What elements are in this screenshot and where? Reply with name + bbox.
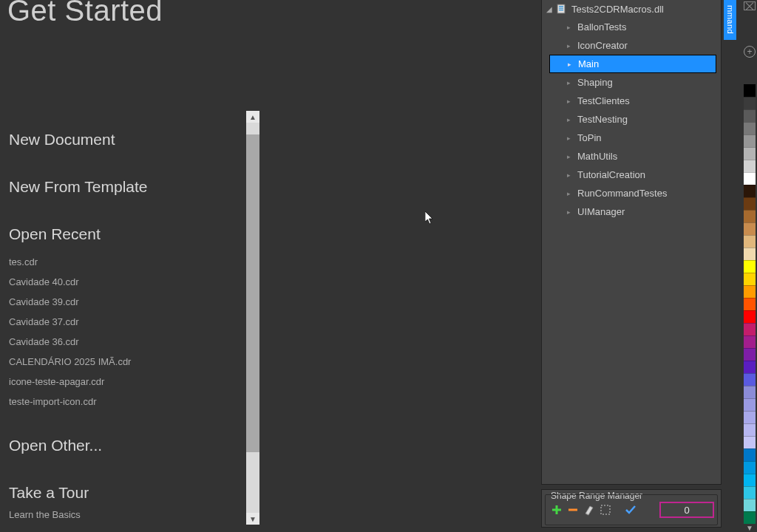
color-swatch[interactable] [744, 248, 756, 260]
tree-item[interactable]: ▸TestClientes [546, 92, 721, 110]
tree-root[interactable]: ◢ Tests2CDRMacros.dll [546, 0, 721, 18]
learn-basics-link[interactable]: Learn the Basics [0, 502, 246, 520]
recent-file-item[interactable]: Cavidade 39.cdr [9, 292, 237, 312]
color-swatch[interactable] [744, 197, 756, 210]
tree-item[interactable]: ▸Shaping [546, 73, 721, 92]
canvas-area[interactable] [259, 0, 540, 532]
color-swatch[interactable] [744, 373, 756, 386]
color-swatch[interactable] [744, 109, 756, 122]
expander-closed-icon[interactable]: ▸ [567, 190, 577, 197]
color-swatch[interactable] [744, 398, 756, 411]
color-swatch[interactable] [744, 486, 756, 499]
tree-root-label: Tests2CDRMacros.dll [571, 4, 664, 15]
color-swatch[interactable] [744, 285, 756, 298]
expander-closed-icon[interactable]: ▸ [567, 42, 577, 50]
tree-item[interactable]: ▸ToPin [546, 129, 721, 147]
scroll-down-icon[interactable]: ▼ [246, 513, 259, 525]
recent-file-item[interactable]: icone-teste-apagar.cdr [9, 372, 237, 392]
tree-item[interactable]: ▸TutorialCreation [546, 166, 721, 184]
expander-closed-icon[interactable]: ▸ [567, 208, 577, 216]
no-color-swatch[interactable] [744, 1, 756, 10]
color-swatch[interactable] [744, 298, 756, 310]
command-tab-label: mmand [726, 5, 735, 34]
tree-item[interactable]: ▸UIManager [546, 202, 721, 221]
palette-scroll-down-icon[interactable]: ▼ [742, 524, 757, 532]
expander-closed-icon[interactable]: ▸ [567, 116, 577, 123]
recent-file-item[interactable]: tes.cdr [9, 252, 237, 272]
tree-item-label: MathUtils [577, 151, 617, 162]
color-swatch[interactable] [744, 361, 756, 373]
tree-item-label: Main [578, 58, 599, 69]
tree-item-label: TestNesting [577, 114, 628, 125]
tree-item[interactable]: ▸Main [549, 55, 716, 73]
expander-closed-icon[interactable]: ▸ [567, 24, 577, 31]
open-other-action[interactable]: Open Other... [0, 437, 246, 454]
add-color-button[interactable]: + [744, 46, 756, 58]
color-swatch[interactable] [744, 222, 756, 235]
color-swatch[interactable] [744, 474, 756, 486]
color-swatch[interactable] [744, 310, 756, 323]
add-shape-button[interactable] [549, 502, 565, 518]
module-file-icon [557, 4, 568, 14]
recent-file-item[interactable]: teste-import-icon.cdr [9, 392, 237, 412]
tree-item-label: BallonTests [577, 21, 626, 33]
color-swatch[interactable] [744, 122, 756, 134]
scroll-up-icon[interactable]: ▲ [246, 111, 259, 123]
scroll-thumb[interactable] [246, 134, 259, 452]
color-swatch[interactable] [744, 210, 756, 222]
confirm-button[interactable] [622, 502, 639, 518]
color-swatch[interactable] [744, 235, 756, 248]
color-swatch[interactable] [744, 260, 756, 273]
new-document-action[interactable]: New Document [0, 131, 246, 149]
color-swatch[interactable] [744, 323, 756, 335]
expander-closed-icon[interactable]: ▸ [567, 134, 577, 142]
expander-closed-icon[interactable]: ▸ [567, 79, 577, 86]
recent-file-item[interactable]: Cavidade 36.cdr [9, 332, 237, 352]
tree-item-label: TutorialCreation [577, 169, 645, 180]
color-swatch[interactable] [744, 348, 756, 361]
color-swatch[interactable] [744, 160, 756, 172]
color-swatch[interactable] [744, 411, 756, 423]
color-swatch[interactable] [744, 386, 756, 398]
color-swatch[interactable] [744, 134, 756, 147]
color-swatch[interactable] [744, 461, 756, 474]
recent-file-item[interactable]: Cavidade 40.cdr [9, 272, 237, 292]
recent-file-item[interactable]: CALENDÁRIO 2025 IMÃ.cdr [9, 352, 237, 372]
tree-item[interactable]: ▸BallonTests [546, 18, 721, 36]
expander-open-icon[interactable]: ◢ [546, 5, 557, 13]
color-palette: + ▼ [742, 0, 757, 532]
svg-rect-3 [559, 10, 563, 10]
color-swatch[interactable] [744, 172, 756, 185]
color-swatch[interactable] [744, 511, 756, 524]
tree-item[interactable]: ▸RunCommandTestes [546, 184, 721, 202]
color-swatch[interactable] [744, 436, 756, 449]
color-swatch[interactable] [744, 84, 756, 97]
command-docker-tab[interactable]: mmand [724, 0, 736, 40]
tree-item[interactable]: ▸IconCreator [546, 36, 721, 55]
marquee-select-button[interactable] [597, 502, 614, 518]
expander-closed-icon[interactable]: ▸ [568, 61, 578, 68]
color-swatch[interactable] [744, 499, 756, 511]
remove-shape-button[interactable] [565, 502, 581, 518]
expander-closed-icon[interactable]: ▸ [567, 98, 577, 105]
tree-item[interactable]: ▸TestNesting [546, 110, 721, 129]
clear-shapes-button[interactable] [581, 502, 597, 518]
color-swatch[interactable] [744, 97, 756, 109]
welcome-title: Get Started [0, 0, 246, 27]
color-swatch[interactable] [744, 449, 756, 461]
tree-item[interactable]: ▸MathUtils [546, 147, 721, 166]
expander-closed-icon[interactable]: ▸ [567, 171, 577, 179]
recent-file-item[interactable]: Cavidade 37.cdr [9, 312, 237, 332]
new-from-template-action[interactable]: New From Template [0, 178, 246, 196]
tree-item-label: ToPin [577, 132, 602, 143]
expander-closed-icon[interactable]: ▸ [567, 153, 577, 160]
color-swatch[interactable] [744, 335, 756, 348]
shape-count-field[interactable]: 0 [659, 502, 714, 518]
welcome-scrollbar[interactable]: ▲ ▼ [246, 111, 259, 525]
color-swatch[interactable] [744, 147, 756, 160]
tree-item-label: IconCreator [577, 40, 628, 51]
color-swatch[interactable] [744, 185, 756, 197]
color-swatch[interactable] [744, 273, 756, 285]
svg-rect-4 [601, 505, 610, 514]
color-swatch[interactable] [744, 423, 756, 436]
